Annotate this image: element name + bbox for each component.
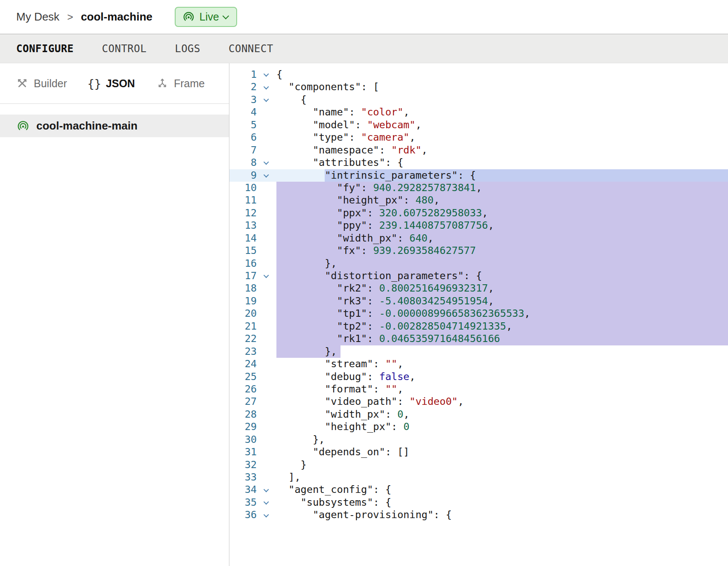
fold-chevron-icon[interactable] [257, 270, 276, 282]
editor-line[interactable]: 8 "attributes": { [229, 156, 728, 169]
editor-line[interactable]: 12 "ppx": 320.6075282958033, [229, 207, 728, 219]
line-number[interactable]: 31 [229, 446, 257, 458]
editor-line[interactable]: 6 "type": "camera", [229, 131, 728, 144]
line-number[interactable]: 36 [229, 509, 257, 521]
editor-line[interactable]: 20 "tp1": -0.000008996658362365533, [229, 307, 728, 320]
editor-line[interactable]: 21 "tp2": -0.002828504714921335, [229, 320, 728, 333]
code-line[interactable]: "distortion_parameters": { [276, 270, 728, 282]
line-number[interactable]: 32 [229, 459, 257, 471]
code-line[interactable]: "agent-provisioning": { [276, 509, 728, 521]
line-number[interactable]: 24 [229, 358, 257, 370]
code-line[interactable]: "ppy": 239.14408757087756, [276, 219, 728, 232]
code-line[interactable]: "subsystems": { [276, 496, 728, 509]
line-number[interactable]: 33 [229, 471, 257, 483]
editor-line[interactable]: 32 } [229, 459, 728, 471]
editor-line[interactable]: 29 "height_px": 0 [229, 421, 728, 433]
code-line[interactable]: "fy": 940.2928257873841, [276, 182, 728, 194]
code-line[interactable]: "video_path": "video0", [276, 395, 728, 408]
editor-line[interactable]: 18 "rk2": 0.8002516496932317, [229, 282, 728, 295]
line-number[interactable]: 17 [229, 270, 257, 282]
code-line[interactable]: "format": "", [276, 383, 728, 395]
editor-line[interactable]: 14 "width_px": 640, [229, 232, 728, 245]
line-number[interactable]: 35 [229, 496, 257, 509]
line-number[interactable]: 1 [229, 68, 257, 81]
line-number[interactable]: 13 [229, 219, 257, 232]
code-line[interactable]: "name": "color", [276, 106, 728, 118]
editor-line[interactable]: 34 "agent_config": { [229, 483, 728, 496]
code-line[interactable]: "ppx": 320.6075282958033, [276, 207, 728, 219]
line-number[interactable]: 10 [229, 182, 257, 194]
fold-chevron-icon[interactable] [257, 509, 276, 521]
code-line[interactable]: "tp2": -0.002828504714921335, [276, 320, 728, 333]
code-line[interactable]: "rk1": 0.046535971648456166 [276, 333, 728, 345]
editor-line[interactable]: 3 { [229, 94, 728, 106]
code-line[interactable]: "depends_on": [] [276, 446, 728, 458]
editor-line[interactable]: 23 }, [229, 345, 728, 358]
code-line[interactable]: "width_px": 640, [276, 232, 728, 245]
editor-line[interactable]: 26 "format": "", [229, 383, 728, 395]
code-line[interactable]: "namespace": "rdk", [276, 144, 728, 156]
line-number[interactable]: 18 [229, 282, 257, 295]
code-line[interactable]: "debug": false, [276, 371, 728, 383]
editor-line[interactable]: 31 "depends_on": [] [229, 446, 728, 458]
editor-line[interactable]: 4 "name": "color", [229, 106, 728, 118]
editor-line[interactable]: 28 "width_px": 0, [229, 408, 728, 421]
fold-chevron-icon[interactable] [257, 94, 276, 106]
line-number[interactable]: 16 [229, 257, 257, 270]
editor-line[interactable]: 25 "debug": false, [229, 371, 728, 383]
fold-chevron-icon[interactable] [257, 81, 276, 93]
resource-item-cool-machine-main[interactable]: cool-machine-main [0, 115, 229, 137]
editor-line[interactable]: 1{ [229, 68, 728, 81]
code-line[interactable]: "stream": "", [276, 358, 728, 370]
line-number[interactable]: 14 [229, 232, 257, 245]
editor-line[interactable]: 22 "rk1": 0.046535971648456166 [229, 333, 728, 345]
code-line[interactable]: { [276, 94, 728, 106]
code-line[interactable]: "fx": 939.2693584627577 [276, 245, 728, 257]
line-number[interactable]: 26 [229, 383, 257, 395]
editor-line[interactable]: 27 "video_path": "video0", [229, 395, 728, 408]
editor-line[interactable]: 10 "fy": 940.2928257873841, [229, 182, 728, 194]
fold-chevron-icon[interactable] [257, 68, 276, 81]
editor-line[interactable]: 13 "ppy": 239.14408757087756, [229, 219, 728, 232]
line-number[interactable]: 7 [229, 144, 257, 156]
line-number[interactable]: 15 [229, 245, 257, 257]
json-code-editor[interactable]: 1{2 "components": [3 {4 "name": "color",… [229, 63, 728, 566]
line-number[interactable]: 2 [229, 81, 257, 93]
code-line[interactable]: "rk2": 0.8002516496932317, [276, 282, 728, 295]
line-number[interactable]: 11 [229, 194, 257, 206]
line-number[interactable]: 27 [229, 395, 257, 408]
line-number[interactable]: 20 [229, 307, 257, 320]
fold-chevron-icon[interactable] [257, 156, 276, 169]
code-line[interactable]: "tp1": -0.000008996658362365533, [276, 307, 728, 320]
code-line[interactable]: }, [276, 257, 728, 270]
view-toggle-builder[interactable]: Builder [16, 77, 67, 90]
tab-configure[interactable]: CONFIGURE [16, 43, 74, 55]
line-number[interactable]: 30 [229, 433, 257, 446]
code-line[interactable]: "type": "camera", [276, 131, 728, 144]
code-line[interactable]: "attributes": { [276, 156, 728, 169]
editor-line[interactable]: 36 "agent-provisioning": { [229, 509, 728, 521]
view-toggle-json[interactable]: {} JSON [88, 77, 135, 90]
tab-logs[interactable]: LOGS [175, 43, 200, 55]
line-number[interactable]: 25 [229, 371, 257, 383]
line-number[interactable]: 21 [229, 320, 257, 333]
line-number[interactable]: 5 [229, 119, 257, 131]
fold-chevron-icon[interactable] [257, 169, 276, 182]
code-line[interactable]: ], [276, 471, 728, 483]
line-number[interactable]: 34 [229, 483, 257, 496]
code-line[interactable]: "components": [ [276, 81, 728, 93]
line-number[interactable]: 23 [229, 345, 257, 358]
code-line[interactable]: "rk3": -5.408034254951954, [276, 295, 728, 307]
editor-line[interactable]: 15 "fx": 939.2693584627577 [229, 245, 728, 257]
line-number[interactable]: 6 [229, 131, 257, 144]
line-number[interactable]: 19 [229, 295, 257, 307]
code-line[interactable]: }, [276, 345, 728, 358]
line-number[interactable]: 4 [229, 106, 257, 118]
code-line[interactable]: { [276, 68, 728, 81]
fold-chevron-icon[interactable] [257, 496, 276, 509]
editor-line[interactable]: 33 ], [229, 471, 728, 483]
line-number[interactable]: 3 [229, 94, 257, 106]
editor-line[interactable]: 9 "intrinsic_parameters": { [229, 169, 728, 182]
editor-line[interactable]: 30 }, [229, 433, 728, 446]
line-number[interactable]: 22 [229, 333, 257, 345]
